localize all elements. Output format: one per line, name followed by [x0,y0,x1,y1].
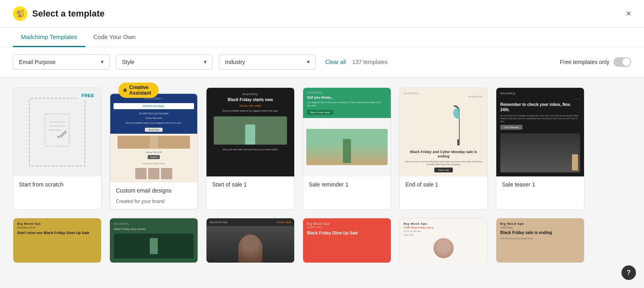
style-filter-wrap: Style ▼ [116,54,213,70]
free-badge: FREE [79,92,97,99]
lamp-visual [118,136,190,149]
dont-miss-text: Don't miss out on our top-selling lights… [404,160,483,166]
bf-deals-btn: Black Friday deals [307,110,333,115]
get-listening-btn: Get Listening [500,125,522,130]
template-card-sale-reminder[interactable]: Assembly Did you know... Our biggest sal… [303,87,391,210]
free-toggle-container: Free templates only [560,57,631,67]
november-date: November 24-26 [17,226,97,229]
svg-point-10 [453,108,460,119]
templates-grid: FREE Start from scratch CA Creative Assi… [0,78,644,280]
assembly-dark-teaser: Assembly [500,92,580,95]
big-mood-tan: Big Mood Spa [500,222,580,225]
scratch-inner [29,98,85,166]
creative-icon: CA [123,87,127,93]
sale-reminder-thumb: Assembly Did you know... Our biggest sal… [303,88,391,176]
plant-visual [306,129,388,165]
are-you-ready: Are you ready for the biggest shopping d… [500,114,580,123]
deals-text: Deals site-wide [114,117,194,120]
big-mood-spa: Big Mood Spa [17,222,97,225]
svg-marker-6 [59,130,67,138]
style-select[interactable]: Style [116,54,213,70]
bf-light-thumb: Big Mood Spa CYML Black Friday sale is i… [400,218,487,263]
header: 🐒 Select a template × [0,0,644,28]
big-mood-light: Big Mood Spa [404,222,483,225]
light-person-visual [404,237,483,259]
assembly-early-label: Assembly [114,222,194,225]
assembly-dark-label: Assembly [243,93,258,95]
tab-mailchimp-templates[interactable]: Mailchimp Templates [13,28,85,47]
last-call-label: LAST CALL [500,226,580,229]
pencil-icon [43,112,71,152]
creative-label: Custom email designs [110,182,197,199]
bf-ending-title: Black Friday sale is ending [500,230,580,235]
person-visual [206,226,294,263]
request-btn: Request [148,155,160,159]
email-purpose-select[interactable]: Email Purpose [13,54,109,70]
sale-teaser-thumb: Assembly ——— Remember to check your inbo… [496,88,584,176]
lamp-svg [427,102,460,146]
date-tag: 34 HOURS LEFT [404,95,483,98]
template-card-creative[interactable]: CA Creative Assistant ASSEMBLY PROFESSIO… [109,93,198,210]
shop-now-btn: Shop now [434,168,453,172]
template-card-scratch[interactable]: FREE Start from scratch [13,87,101,210]
bf-starts-now: Black Friday starts now [228,97,273,102]
bf-glow-sale-red: Black Friday Glow Up Sale [307,230,387,236]
bf-early-access: Black Friday early access [114,228,194,230]
close-button[interactable]: × [626,9,631,18]
tab-code-your-own[interactable]: Code Your Own [85,28,144,47]
tabs-bar: Mailchimp Templates Code Your Own [0,28,644,47]
template-card-bf-early[interactable]: Assembly Black Friday early access [109,218,198,262]
template-card-bf-light[interactable]: Big Mood Spa CYML Black Friday sale is i… [399,218,488,262]
shop-btn: Shop Now [145,128,163,132]
assembly-beige-label: Assembly [404,92,483,95]
template-card-bf-glow[interactable]: Big Mood Spa November 24-26 Don't miss o… [13,218,101,262]
template-card-bf-person[interactable]: Big Mood Spa insider deal [206,218,295,262]
template-card-bf-red[interactable]: Big Mood Spa 3 DAYS ONLY Black Friday Gl… [303,218,391,262]
dont-miss-tan: Don't miss out on your chance to get [500,237,580,240]
svg-text:🐒: 🐒 [16,9,25,18]
template-card-sale-teaser[interactable]: Assembly ——— Remember to check your inbo… [496,87,584,210]
industry-select[interactable]: Industry [219,54,316,70]
templates-row-1: FREE Start from scratch CA Creative Assi… [13,87,631,210]
industry-filter-wrap: Industry ▼ [219,54,316,70]
teaser-lamp-img [500,133,580,172]
header-left: 🐒 Select a template [13,6,105,21]
person-silhouette [238,234,262,263]
enjoy-text: Enjoy 10% Off [114,151,194,153]
bf-cyber-text: Black Friday and Cyber Monday sale is en… [404,150,483,159]
filters-bar: Email Purpose ▼ Style ▼ Industry ▼ Clear… [0,47,644,77]
assembly-green-label: Assembly [307,91,387,94]
free-only-toggle[interactable] [613,57,631,67]
template-card-start-sale[interactable]: Assembly Black Friday starts now Deals s… [206,87,295,210]
bf-person-thumb: Big Mood Spa insider deal [206,218,294,263]
bf-early-thumb: Assembly Black Friday early access [110,218,198,263]
sale-teaser-label: Sale teaser 1 [496,176,584,193]
shop-more: Shop more [404,234,483,236]
page-title: Select a template [32,8,105,19]
it-is-for: it is for 3 more days [404,230,483,232]
start-sale-thumb: Assembly Black Friday starts now Deals s… [206,88,294,176]
help-button[interactable]: ? [621,265,636,280]
clear-all-button[interactable]: Clear all [325,59,346,65]
biggest-sale: Our biggest sale of the year is going on… [307,101,387,108]
big-mood-dark: Big Mood Spa [210,221,227,224]
green-header-area: Assembly Did you know... Our biggest sal… [303,88,391,118]
deals-sitewide: Deals site-wide [239,104,261,108]
svg-rect-11 [457,139,460,145]
check-inbox-text: Remember to check your inbox, Nov. 24th. [500,102,580,112]
scratch-thumb: FREE [13,88,101,176]
lamp-dark-img [214,116,287,145]
start-sale-label: Start of sale 1 [206,176,294,193]
sale-reminder-label: Sale reminder 1 [303,176,391,193]
template-count: 137 templates [352,59,388,65]
template-card-bf-tan[interactable]: Big Mood Spa LAST CALL Black Friday sale… [496,218,584,262]
arch-lamp-visual [404,100,483,148]
product-imgs [114,168,194,179]
days-only: 3 DAYS ONLY [307,226,387,228]
shop-stock: Shop our site-wide sale and stock up on … [223,148,278,151]
did-you-know: Did you know... [307,95,387,99]
bf-glow-thumb: Big Mood Spa November 24-26 Don't miss o… [13,218,101,263]
template-card-end-sale[interactable]: Assembly 34 HOURS LEFT Black Friday and … [399,87,488,210]
email-purpose-filter-wrap: Email Purpose ▼ [13,54,109,70]
bf-red-thumb: Big Mood Spa 3 DAYS ONLY Black Friday Gl… [303,218,391,263]
